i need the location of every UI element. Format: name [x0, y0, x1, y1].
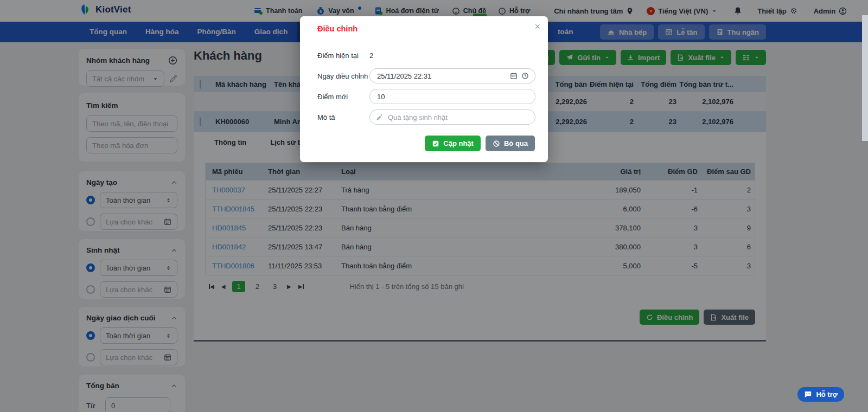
description-field[interactable] [387, 113, 529, 122]
calendar-icon[interactable] [510, 72, 518, 80]
chat-icon [804, 390, 812, 398]
clock-icon[interactable] [521, 72, 529, 80]
adjust-date-input[interactable] [369, 68, 535, 83]
modal-buttons: Cập nhật Bỏ qua [425, 136, 535, 151]
description-input[interactable] [369, 110, 535, 125]
ban-icon [493, 140, 500, 147]
new-points-row: Điểm mới [317, 89, 535, 104]
current-points-row: Điểm hiện tại 2 [317, 48, 535, 63]
skip-button[interactable]: Bỏ qua [486, 136, 535, 151]
check-square-icon [432, 140, 439, 147]
points-field[interactable] [376, 92, 529, 101]
kiotviet-app: KiotViet Thanh toán $ Vay vốn Hoá đ [0, 0, 868, 412]
close-icon[interactable]: × [534, 22, 540, 31]
current-points-value: 2 [369, 52, 373, 60]
adjust-points-modal: Điều chỉnh × Điểm hiện tại 2 Ngày điều c… [300, 16, 548, 162]
floating-support-button[interactable]: Hỗ trợ [797, 387, 844, 402]
pencil-icon [376, 114, 383, 121]
adjust-date-row: Ngày điều chỉnh [317, 68, 535, 83]
browser-scrollbar-thumb[interactable] [862, 15, 868, 141]
new-points-input[interactable] [369, 89, 535, 104]
description-row: Mô tả [317, 110, 535, 125]
date-field[interactable] [376, 72, 506, 81]
update-button[interactable]: Cập nhật [425, 136, 481, 151]
modal-title: Điều chỉnh [317, 24, 358, 33]
